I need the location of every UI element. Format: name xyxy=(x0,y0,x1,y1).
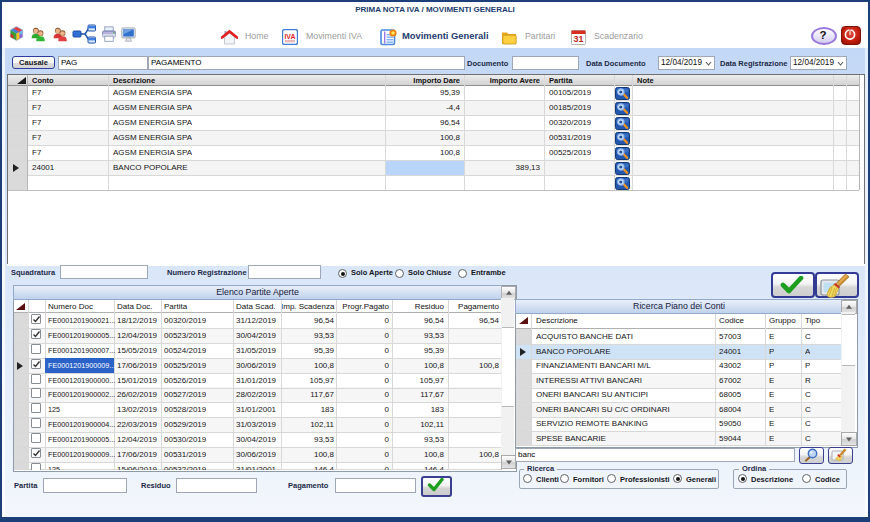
svg-text:31: 31 xyxy=(573,34,583,44)
svg-text:IVA: IVA xyxy=(284,33,295,40)
